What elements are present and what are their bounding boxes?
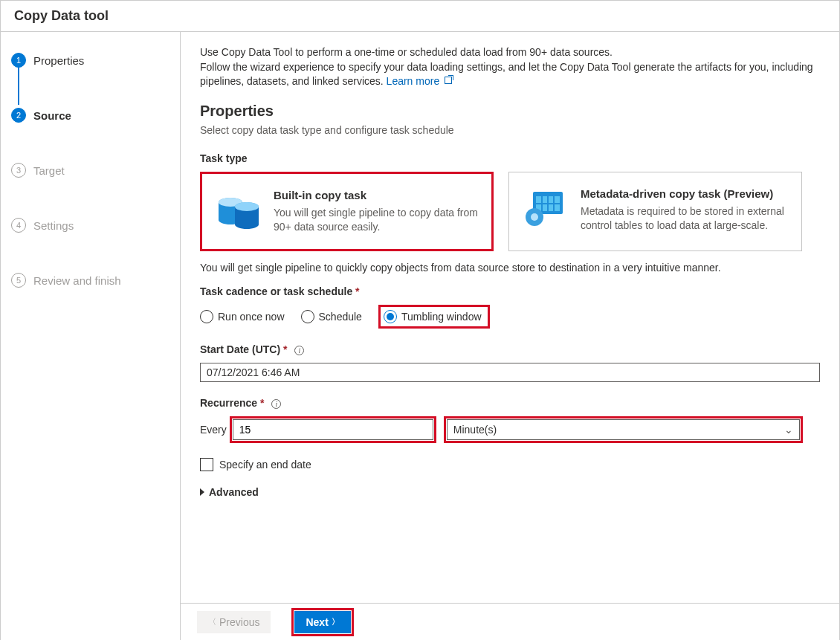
step-number: 1 bbox=[11, 53, 26, 68]
chevron-left-icon: 〈 bbox=[208, 616, 216, 627]
step-connector bbox=[18, 65, 19, 105]
step-source[interactable]: 2 Source bbox=[11, 105, 180, 126]
previous-button[interactable]: 〈 Previous bbox=[197, 611, 271, 633]
radio-run-once[interactable]: Run once now bbox=[200, 310, 285, 323]
next-button[interactable]: Next 〉 bbox=[294, 611, 350, 633]
recurrence-value-input[interactable] bbox=[233, 419, 433, 440]
wizard-steps: 1 Properties 2 Source 3 Target 4 Setting… bbox=[1, 32, 181, 640]
card-desc: Metadata is required to be stored in ext… bbox=[581, 204, 788, 233]
step-label: Source bbox=[33, 109, 71, 122]
card-title: Built-in copy task bbox=[274, 189, 478, 201]
step-label: Settings bbox=[33, 219, 74, 232]
database-icon bbox=[214, 189, 262, 232]
chevron-right-icon: 〉 bbox=[332, 616, 340, 627]
card-title: Metadata-driven copy task (Preview) bbox=[581, 187, 788, 200]
info-icon[interactable]: i bbox=[294, 346, 304, 355]
page-subheading: Select copy data task type and configure… bbox=[200, 124, 820, 136]
step-number: 3 bbox=[11, 163, 26, 178]
svg-point-11 bbox=[531, 213, 538, 221]
step-number: 4 bbox=[11, 218, 26, 233]
step-label: Target bbox=[33, 164, 65, 177]
recurrence-unit-select[interactable]: Minute(s) ⌄ bbox=[447, 419, 800, 440]
start-date-input[interactable] bbox=[200, 363, 820, 382]
radio-tumbling-window[interactable]: Tumbling window bbox=[384, 310, 482, 323]
caret-right-icon bbox=[200, 488, 204, 496]
card-desc: You will get single pipeline to copy dat… bbox=[274, 206, 478, 234]
step-review[interactable]: 5 Review and finish bbox=[11, 270, 180, 291]
step-target[interactable]: 3 Target bbox=[11, 160, 180, 181]
step-label: Review and finish bbox=[33, 274, 121, 287]
intro-text: Use Copy Data Tool to perform a one-time… bbox=[200, 45, 820, 89]
card-metadata-copy[interactable]: Metadata-driven copy task (Preview) Meta… bbox=[508, 172, 802, 251]
card-builtin-copy[interactable]: Built-in copy task You will get single p… bbox=[200, 172, 494, 251]
advanced-toggle[interactable]: Advanced bbox=[200, 486, 820, 498]
cadence-label: Task cadence or task schedule bbox=[200, 285, 820, 297]
info-icon[interactable]: i bbox=[271, 399, 281, 409]
recurrence-prefix: Every bbox=[200, 424, 227, 436]
step-number: 2 bbox=[11, 108, 26, 123]
task-type-label: Task type bbox=[200, 152, 820, 164]
svg-point-3 bbox=[235, 202, 259, 211]
start-date-label: Start Date (UTC) bbox=[200, 343, 287, 355]
page-heading: Properties bbox=[200, 103, 820, 120]
step-label: Properties bbox=[33, 54, 84, 67]
step-properties[interactable]: 1 Properties bbox=[11, 50, 180, 71]
task-type-hint: You will get single pipeline to quickly … bbox=[200, 262, 820, 274]
recurrence-label: Recurrence bbox=[200, 397, 264, 409]
metadata-icon bbox=[521, 187, 569, 230]
end-date-checkbox[interactable] bbox=[200, 458, 213, 471]
end-date-label: Specify an end date bbox=[219, 459, 311, 471]
chevron-down-icon: ⌄ bbox=[784, 424, 793, 436]
window-title: Copy Data tool bbox=[1, 1, 839, 32]
external-link-icon bbox=[445, 77, 452, 84]
step-settings[interactable]: 4 Settings bbox=[11, 215, 180, 236]
radio-schedule[interactable]: Schedule bbox=[301, 310, 362, 323]
step-number: 5 bbox=[11, 273, 26, 288]
learn-more-link[interactable]: Learn more bbox=[387, 75, 452, 87]
